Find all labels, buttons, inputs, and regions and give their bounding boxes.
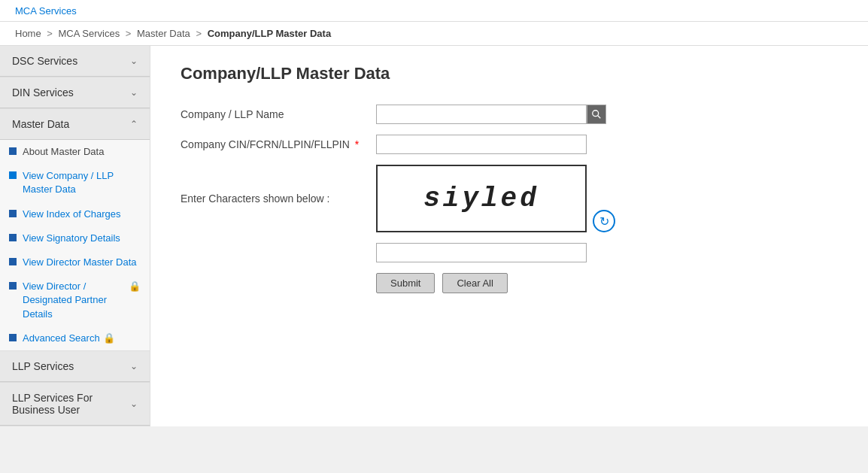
captcha-label: Enter Characters shown below :	[181, 193, 376, 205]
sidebar-section-header-din[interactable]: DIN Services ⌄	[0, 77, 150, 108]
bullet-view-company	[9, 171, 17, 179]
sidebar-section-llp-business: LLP Services For Business User ⌄	[0, 383, 150, 426]
sidebar: DSC Services ⌄ DIN Services ⌄ Master Dat…	[0, 46, 150, 426]
sidebar-item-label-about: About Master Data	[23, 145, 104, 159]
breadcrumb: Home > MCA Services > Master Data > Comp…	[0, 22, 868, 46]
cin-input[interactable]	[376, 135, 587, 154]
sidebar-item-label-advanced-search: Advanced Search	[23, 332, 100, 345]
breadcrumb-current: Company/LLP Master Data	[208, 28, 331, 39]
sidebar-master-content: About Master Data View Company / LLP Mas…	[0, 140, 150, 350]
company-name-input[interactable]	[376, 105, 587, 124]
breadcrumb-sep-2: >	[126, 28, 134, 39]
cin-row: Company CIN/FCRN/LLPIN/FLLPIN *	[181, 135, 838, 154]
sidebar-section-label-din: DIN Services	[12, 86, 74, 99]
sidebar-section-header-master[interactable]: Master Data ⌃	[0, 109, 150, 140]
company-name-label: Company / LLP Name	[181, 108, 376, 120]
sidebar-item-view-designated[interactable]: View Director / Designated Partner Detai…	[0, 274, 150, 326]
main-content: Company/LLP Master Data Company / LLP Na…	[150, 46, 868, 426]
captcha-input-row	[181, 243, 838, 262]
sidebar-item-label-view-signatory: View Signatory Details	[23, 232, 120, 245]
breadcrumb-master[interactable]: Master Data	[137, 28, 190, 39]
bullet-advanced-search	[9, 334, 17, 341]
bullet-view-designated	[9, 282, 17, 290]
company-name-search-button[interactable]	[587, 105, 606, 124]
page-title: Company/LLP Master Data	[181, 64, 838, 83]
sidebar-item-view-company[interactable]: View Company / LLP Master Data	[0, 164, 150, 202]
company-name-row: Company / LLP Name	[181, 105, 838, 124]
captcha-container: siyled ↻	[376, 165, 615, 232]
cin-required-marker: *	[355, 138, 359, 150]
submit-button[interactable]: Submit	[376, 273, 435, 293]
sidebar-section-din: DIN Services ⌄	[0, 77, 150, 109]
company-name-input-group	[376, 105, 606, 124]
bullet-view-signatory	[9, 234, 17, 241]
breadcrumb-sep-3: >	[196, 28, 204, 39]
sidebar-section-llp: LLP Services ⌄	[0, 351, 150, 383]
lock-icon-advanced: 🔒	[103, 332, 115, 345]
sidebar-section-label-dsc: DSC Services	[12, 55, 77, 67]
sidebar-section-label-llp: LLP Services	[12, 360, 74, 372]
bullet-view-charges	[9, 210, 17, 217]
main-layout: DSC Services ⌄ DIN Services ⌄ Master Dat…	[0, 46, 868, 426]
sidebar-section-master: Master Data ⌃ About Master Data View Com…	[0, 109, 150, 351]
captcha-row: Enter Characters shown below : siyled ↻	[181, 165, 838, 232]
lock-icon-designated: 🔒	[129, 280, 141, 293]
sidebar-item-view-director[interactable]: View Director Master Data	[0, 250, 150, 274]
chevron-down-icon-dsc: ⌄	[130, 56, 138, 66]
sidebar-item-label-view-designated: View Director / Designated Partner Detai…	[23, 280, 126, 321]
chevron-down-icon-llp: ⌄	[130, 361, 138, 371]
sidebar-item-view-signatory[interactable]: View Signatory Details	[0, 226, 150, 250]
sidebar-item-advanced-search[interactable]: Advanced Search 🔒	[0, 326, 150, 350]
top-bar: MCA Services	[0, 0, 868, 22]
chevron-up-icon-master: ⌃	[130, 119, 138, 129]
bullet-about	[9, 147, 17, 155]
captcha-input[interactable]	[376, 243, 587, 262]
captcha-image: siyled	[376, 165, 587, 232]
sidebar-section-label-llp-business: LLP Services For Business User	[12, 392, 130, 416]
captcha-refresh-button[interactable]: ↻	[593, 210, 615, 232]
breadcrumb-mca[interactable]: MCA Services	[59, 28, 120, 39]
sidebar-section-dsc: DSC Services ⌄	[0, 46, 150, 77]
svg-line-1	[598, 116, 601, 119]
cin-label-text: Company CIN/FCRN/LLPIN/FLLPIN	[181, 138, 350, 150]
sidebar-section-header-llp[interactable]: LLP Services ⌄	[0, 351, 150, 382]
cin-label: Company CIN/FCRN/LLPIN/FLLPIN *	[181, 138, 376, 150]
sidebar-section-label-master: Master Data	[12, 118, 69, 130]
mca-services-link[interactable]: MCA Services	[15, 5, 77, 17]
sidebar-item-label-view-director: View Director Master Data	[23, 256, 136, 269]
svg-point-0	[593, 111, 599, 117]
breadcrumb-home[interactable]: Home	[15, 28, 41, 39]
chevron-down-icon-llp-business: ⌄	[130, 399, 138, 409]
search-icon	[591, 109, 602, 120]
sidebar-item-label-view-company: View Company / LLP Master Data	[23, 169, 141, 196]
sidebar-item-about[interactable]: About Master Data	[0, 140, 150, 164]
sidebar-section-header-llp-business[interactable]: LLP Services For Business User ⌄	[0, 383, 150, 426]
button-row: Submit Clear All	[376, 273, 838, 293]
sidebar-item-view-charges[interactable]: View Index of Charges	[0, 202, 150, 226]
form-section: Company / LLP Name Company CIN/FCRN/LLPI…	[181, 105, 838, 293]
bullet-view-director	[9, 258, 17, 265]
sidebar-item-label-view-charges: View Index of Charges	[23, 208, 121, 221]
breadcrumb-sep-1: >	[47, 28, 55, 39]
sidebar-section-header-dsc[interactable]: DSC Services ⌄	[0, 46, 150, 77]
clear-all-button[interactable]: Clear All	[442, 273, 507, 293]
chevron-down-icon-din: ⌄	[130, 87, 138, 98]
